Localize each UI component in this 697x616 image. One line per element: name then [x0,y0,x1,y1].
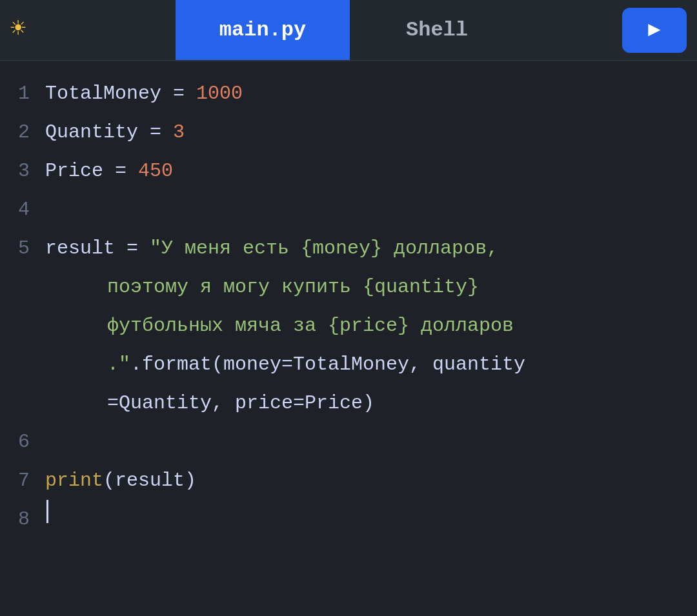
token: =Quantity, price=Price) [45,384,374,422]
line5-row-1: result = "У меня есть {money} долларов, [45,229,525,268]
line-content-5: result = "У меня есть {money} долларов, … [45,229,525,422]
line-content-2: Quantity = 3 [45,113,185,152]
line5-row-3: футбольных мяча за {price} долларов [45,306,525,345]
run-button[interactable]: ▶ [622,8,687,53]
line-number-2: 2 [0,113,45,152]
token: = [115,229,150,268]
token: print [45,461,103,500]
line5-row-4: .".format(money=TotalMoney, quantity [45,345,525,384]
code-line-2: 2 Quantity = 3 [0,113,697,152]
token: Quantity [45,113,138,152]
code-line-6: 6 [0,422,697,461]
line-content-8 [45,500,48,523]
toolbar-left: ☀ [10,17,88,43]
tab-shell-label: Shell [406,18,468,42]
token: ." [45,345,130,384]
line-number-5: 5 [0,229,45,268]
token: (result) [103,461,196,500]
toolbar: ☀ main.py Shell ▶ [0,0,697,61]
line5-row-5: =Quantity, price=Price) [45,384,525,422]
tab-group: main.py Shell [88,0,612,60]
token: 450 [138,152,173,190]
token: result [45,229,115,268]
sun-icon: ☀ [10,17,26,43]
token: .format(money=TotalMoney, quantity [130,345,525,384]
token: = [161,74,196,113]
code-line-8: 8 [0,500,697,539]
code-line-7: 7 print(result) [0,461,697,500]
line-content-3: Price = 450 [45,152,173,190]
token: 1000 [196,74,243,113]
text-cursor [46,500,48,523]
line-number-6: 6 [0,422,45,461]
code-line-3: 3 Price = 450 [0,152,697,190]
line-content-1: TotalMoney = 1000 [45,74,243,113]
tab-main-label: main.py [219,18,306,42]
code-line-4: 4 [0,190,697,229]
line-number-8: 8 [0,500,45,539]
token: поэтому я могу купить {quantity} [45,268,479,306]
tab-shell[interactable]: Shell [350,0,524,60]
line-number-7: 7 [0,461,45,500]
token: = [103,152,138,190]
token: Price [45,152,103,190]
token: футбольных мяча за {price} долларов [45,306,514,345]
code-line-5: 5 result = "У меня есть {money} долларов… [0,229,697,422]
token: TotalMoney [45,74,161,113]
editor[interactable]: 1 TotalMoney = 1000 2 Quantity = 3 3 Pri… [0,61,697,616]
token: "У меня есть {money} долларов, [150,229,498,268]
line-number-4: 4 [0,190,45,229]
token: = [138,113,173,152]
line-number-3: 3 [0,152,45,190]
line-content-7: print(result) [45,461,196,500]
line-number-1: 1 [0,74,45,113]
token: 3 [173,113,185,152]
line5-row-2: поэтому я могу купить {quantity} [45,268,525,306]
tab-main[interactable]: main.py [176,0,350,60]
run-icon: ▶ [648,20,660,41]
code-line-1: 1 TotalMoney = 1000 [0,74,697,113]
